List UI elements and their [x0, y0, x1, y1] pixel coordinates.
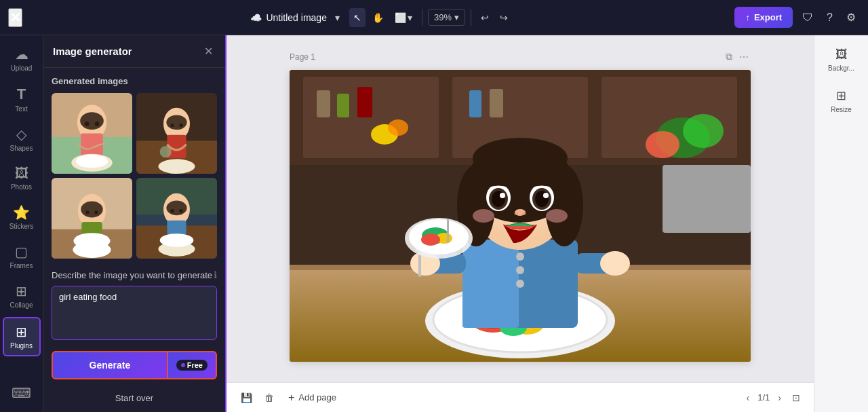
separator-1 — [422, 10, 422, 26]
sidebar-item-text[interactable]: T Text — [3, 80, 41, 118]
sidebar-item-plugins[interactable]: ⊞ Plugins — [3, 317, 41, 356]
canvas-frame[interactable] — [290, 70, 751, 362]
text-icon: T — [17, 86, 26, 103]
expand-btn[interactable]: ⊡ — [789, 390, 803, 406]
svg-point-4 — [80, 112, 104, 130]
svg-rect-42 — [317, 90, 330, 117]
sidebar-item-collage[interactable]: ⊞ Collage — [3, 278, 41, 314]
svg-point-68 — [516, 280, 524, 288]
canvas-wrapper: Page 1 ⧉ ⋯ — [290, 49, 751, 362]
prev-page-btn[interactable]: ‹ — [744, 390, 753, 406]
svg-point-24 — [94, 210, 98, 214]
undo-btn[interactable]: ↩ — [477, 8, 493, 27]
frames-label: Frames — [10, 262, 33, 269]
add-page-icon: + — [288, 392, 294, 404]
background-label: Backgr... — [828, 64, 854, 72]
frame-tool-btn[interactable]: ⬜ ▾ — [391, 8, 416, 27]
app-logo[interactable]: ✕ — [8, 8, 22, 27]
svg-rect-45 — [469, 90, 481, 117]
select-tool-btn[interactable]: ↖ — [349, 8, 366, 27]
svg-rect-36 — [160, 233, 194, 246]
generate-area: Generate Free — [52, 351, 217, 379]
sidebar-item-stickers[interactable]: ⭐ Stickers — [3, 199, 41, 236]
svg-rect-46 — [490, 89, 503, 117]
generated-image-4[interactable] — [136, 178, 217, 259]
sidebar-item-frames[interactable]: ▢ Frames — [3, 238, 41, 275]
more-options-btn[interactable]: ⋯ — [737, 49, 751, 64]
add-page-btn[interactable]: + Add page — [283, 388, 342, 407]
page-count: 1/1 — [757, 392, 770, 402]
svg-point-86 — [473, 209, 494, 223]
sidebar-item-photos[interactable]: 🖼 Photos — [3, 160, 41, 196]
generate-btn[interactable]: Generate — [52, 351, 168, 379]
help-btn[interactable]: ? — [823, 7, 837, 28]
page-label: Page 1 — [290, 52, 315, 62]
svg-point-95 — [600, 251, 630, 276]
title-dropdown-btn[interactable]: ▾ — [331, 8, 344, 27]
start-over-btn[interactable]: Start over — [52, 388, 217, 409]
copy-page-btn[interactable]: ⧉ — [724, 49, 734, 64]
svg-point-81 — [500, 193, 505, 198]
settings-btn[interactable]: ⚙ — [842, 7, 860, 28]
svg-rect-65 — [462, 240, 519, 328]
thumb-svg-2 — [136, 93, 217, 174]
free-badge-area[interactable]: Free — [168, 351, 217, 379]
next-page-btn[interactable]: › — [775, 390, 784, 406]
generated-image-3[interactable] — [52, 178, 132, 259]
canvas-image-svg — [290, 70, 751, 362]
svg-point-6 — [95, 121, 99, 126]
canvas-top-bar: Page 1 ⧉ ⋯ — [290, 49, 751, 64]
hand-tool-btn[interactable]: ✋ — [368, 8, 388, 27]
topbar-center: ☁️ Untitled image ▾ ↖ ✋ ⬜ ▾ 39% ▾ ↩ ↪ — [36, 8, 726, 27]
right-panel: 🖼 Backgr... ⊞ Resize — [814, 35, 868, 412]
document-title[interactable]: Untitled image — [266, 12, 327, 23]
shield-btn[interactable]: 🛡 — [798, 7, 817, 28]
zoom-control[interactable]: 39% ▾ — [428, 9, 465, 26]
collage-label: Collage — [10, 301, 33, 309]
background-icon: 🖼 — [835, 48, 848, 62]
topbar: ✕ ☁️ Untitled image ▾ ↖ ✋ ⬜ ▾ 39% ▾ ↩ ↪ … — [0, 0, 868, 35]
svg-point-8 — [76, 155, 108, 168]
svg-point-13 — [166, 115, 186, 130]
panel-close-btn[interactable]: ✕ — [201, 43, 216, 59]
add-page-label: Add page — [298, 392, 336, 402]
svg-point-87 — [546, 209, 568, 223]
generated-image-2[interactable] — [136, 93, 217, 174]
svg-point-33 — [170, 209, 174, 212]
free-label: Free — [187, 361, 203, 369]
panel-body: Generated images — [43, 68, 225, 412]
export-label: Export — [754, 12, 782, 22]
svg-point-84 — [514, 212, 518, 215]
sidebar-item-upload[interactable]: ☁ Upload — [3, 41, 41, 77]
resize-label: Resize — [831, 106, 852, 113]
pagination: ‹ 1/1 › — [744, 390, 784, 406]
left-panel: Image generator ✕ Generated images — [43, 35, 226, 412]
background-tool[interactable]: 🖼 Backgr... — [818, 41, 865, 79]
resize-tool[interactable]: ⊞ Resize — [818, 81, 865, 120]
svg-rect-47 — [663, 165, 751, 233]
svg-point-22 — [81, 202, 102, 218]
shapes-label: Shapes — [10, 145, 33, 152]
svg-point-66 — [516, 252, 524, 261]
delete-btn[interactable]: 🗑 — [261, 389, 277, 407]
upload-label: Upload — [11, 64, 33, 72]
sidebar-icons: ☁ Upload T Text ◇ Shapes 🖼 Photos ⭐ Stic… — [0, 35, 43, 412]
prompt-textarea[interactable] — [52, 286, 217, 340]
canvas-scroll: Page 1 ⧉ ⋯ — [226, 35, 814, 382]
svg-point-82 — [543, 193, 549, 198]
sidebar-item-shapes[interactable]: ◇ Shapes — [3, 121, 41, 157]
sidebar-item-keyboard[interactable]: ⌨ — [3, 379, 41, 407]
export-btn[interactable]: ↑ Export — [734, 7, 793, 28]
thumb-svg-4 — [136, 178, 217, 259]
svg-point-17 — [160, 146, 172, 157]
info-icon[interactable]: ℹ — [214, 269, 217, 280]
collage-icon: ⊞ — [16, 283, 27, 299]
svg-point-23 — [85, 210, 89, 214]
redo-btn[interactable]: ↪ — [496, 8, 512, 27]
generated-image-1[interactable] — [52, 93, 132, 174]
svg-point-100 — [421, 233, 440, 246]
svg-point-32 — [166, 201, 186, 216]
stickers-icon: ⭐ — [13, 204, 30, 221]
resize-icon: ⊞ — [836, 88, 846, 103]
save-btn[interactable]: 💾 — [237, 389, 256, 407]
